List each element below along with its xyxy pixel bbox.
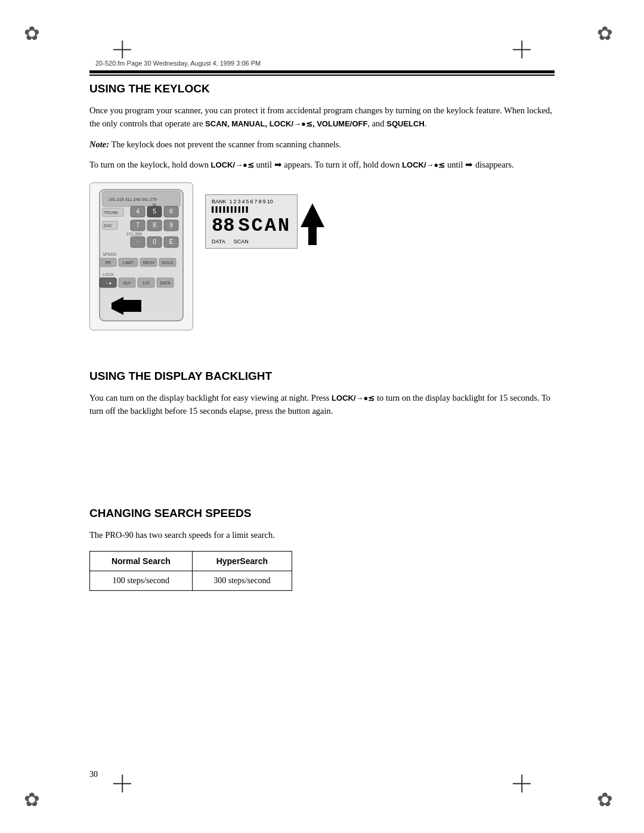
svg-text:·: · [137, 239, 139, 245]
svg-text:181-319   311-249   341-279: 181-319 311-249 341-279 [109, 197, 157, 202]
svg-text:SPEED: SPEED [103, 252, 117, 256]
lcd-display: BANK 1 2 3 4 5 6 7 8 9 10 [205, 194, 298, 249]
svg-text:5: 5 [153, 208, 156, 215]
bank-n3: 3 [238, 199, 241, 205]
bank-n1: 1 [230, 199, 233, 205]
keylock-para1: Once you program your scanner, you can p… [89, 104, 555, 131]
table-header-hyper: HyperSearch [192, 552, 292, 571]
svg-text:HOLD: HOLD [162, 261, 173, 265]
lcd-scan-label: SCAN [234, 239, 249, 244]
bank-n10: 10 [267, 199, 273, 205]
svg-marker-46 [301, 203, 324, 245]
svg-text:271-399: 271-399 [126, 232, 142, 236]
registration-mark-tr: ✿ [597, 24, 613, 43]
lcd-scan: SCAN [238, 215, 291, 237]
svg-text:M: M [153, 203, 156, 207]
svg-text:8: 8 [153, 222, 156, 228]
rule-thin [89, 75, 555, 76]
tick-marks: ▌▌▌▌▌▌▌▌▌▌ [212, 206, 291, 212]
svg-text:4: 4 [136, 208, 140, 215]
and-text: , and [367, 119, 386, 128]
arrow-container [298, 200, 327, 250]
bank-n9: 9 [263, 199, 266, 205]
table-row: 100 steps/second 300 steps/second [90, 571, 292, 591]
keylock-para3: To turn on the keylock, hold down LOCK/→… [89, 158, 555, 171]
bold-lock2: LOCK/→●≲ [402, 160, 445, 169]
svg-text:DATA: DATA [160, 281, 171, 285]
bank-n4: 4 [242, 199, 245, 205]
section-keylock: USING THE KEYLOCK Once you program your … [89, 82, 555, 343]
lcd-data-label: DATA [212, 239, 225, 244]
scanner-keypad: 181-319 311-249 341-279 TRUNK 4 5 M 6 [89, 182, 193, 330]
lcd-88: 88 [212, 215, 234, 237]
svg-text:6: 6 [169, 208, 173, 215]
period: . [425, 119, 427, 128]
page: ✿ ✿ ✿ ✿ 20-520.fm Page 30 Wednesday, Aug… [0, 0, 644, 833]
svg-text:SVC: SVC [104, 224, 112, 228]
bold-controls: SCAN, MANUAL, LOCK/→●≲, VOLUME/OFF [205, 119, 367, 128]
bold-squelch: SQUELCH [386, 119, 425, 128]
page-number: 30 [89, 770, 98, 779]
lcd-panel-wrapper: BANK 1 2 3 4 5 6 7 8 9 10 [205, 194, 298, 249]
registration-mark-br: ✿ [597, 790, 613, 809]
bank-n7: 7 [255, 199, 258, 205]
svg-text:→●: →● [104, 281, 111, 285]
bank-n6: 6 [250, 199, 253, 205]
rule-thick [89, 70, 555, 73]
bold-lock-backlight: LOCK/→●≲ [332, 394, 374, 402]
section-search-speeds: CHANGING SEARCH SPEEDS The PRO-90 has tw… [89, 507, 555, 591]
bank-n2: 2 [234, 199, 237, 205]
registration-mark-tl: ✿ [24, 24, 40, 43]
bank-n5: 5 [246, 199, 249, 205]
backlight-para1: You can turn on the display backlight fo… [89, 391, 555, 418]
search-speeds-heading: CHANGING SEARCH SPEEDS [89, 507, 555, 520]
backlight-heading: USING THE DISPLAY BACKLIGHT [89, 370, 555, 383]
top-rules [89, 70, 555, 76]
bank-label: BANK [212, 199, 227, 205]
section-backlight: USING THE DISPLAY BACKLIGHT You can turn… [89, 370, 555, 425]
note-body: The keylock does not prevent the scanner… [109, 140, 341, 149]
svg-text:PR: PR [105, 261, 111, 265]
svg-text:TRUNK: TRUNK [104, 210, 118, 215]
header-text: 20-520.fm Page 30 Wednesday, August 4, 1… [89, 60, 267, 67]
keylock-heading: USING THE KEYLOCK [89, 82, 555, 95]
svg-text:DLV: DLV [123, 281, 131, 285]
bold-lock1: LOCK/→●≲ [211, 160, 254, 169]
svg-text:LIMIT: LIMIT [123, 261, 134, 265]
svg-text:E: E [169, 239, 174, 245]
table-header-normal: Normal Search [90, 552, 193, 571]
up-arrow-svg [298, 200, 327, 248]
scanner-image-container: 181-319 311-249 341-279 TRUNK 4 5 M 6 [89, 182, 555, 330]
svg-text:LOCK: LOCK [103, 272, 114, 277]
note-label: Note: [89, 140, 109, 149]
search-speeds-table: Normal Search HyperSearch 100 steps/seco… [89, 551, 292, 591]
keypad-svg: 181-319 311-249 341-279 TRUNK 4 5 M 6 [94, 187, 189, 324]
svg-text:0: 0 [153, 239, 156, 245]
keylock-note: Note: The keylock does not prevent the s… [89, 138, 555, 151]
svg-text:7: 7 [136, 222, 140, 228]
svg-text:L/O: L/O [143, 281, 150, 285]
lcd-main-display: 88 SCAN [212, 215, 291, 237]
lcd-bottom-labels: DATA SCAN [212, 239, 291, 244]
bank-n8: 8 [259, 199, 262, 205]
registration-mark-bl: ✿ [24, 790, 40, 809]
table-cell-hyper-value: 300 steps/second [192, 571, 292, 591]
bank-row: BANK 1 2 3 4 5 6 7 8 9 10 [212, 199, 291, 205]
content-area: 20-520.fm Page 30 Wednesday, August 4, 1… [89, 0, 555, 833]
svg-text:SRCH: SRCH [143, 261, 154, 265]
table-cell-normal-value: 100 steps/second [90, 571, 193, 591]
svg-text:9: 9 [169, 222, 173, 228]
header-bar: 20-520.fm Page 30 Wednesday, August 4, 1… [89, 60, 555, 67]
search-speeds-para1: The PRO-90 has two search speeds for a l… [89, 528, 555, 541]
